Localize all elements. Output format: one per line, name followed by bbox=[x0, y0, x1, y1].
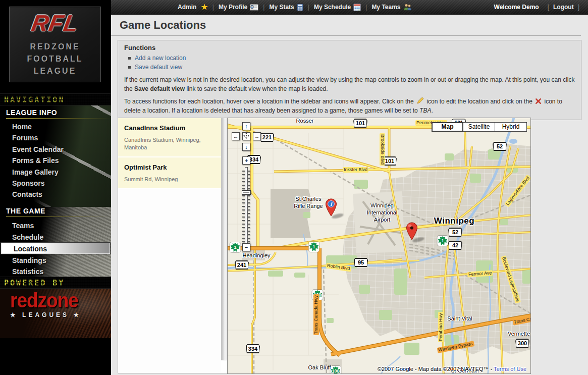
zoom-slider-rail bbox=[245, 167, 248, 244]
pan-right-button[interactable]: → bbox=[253, 132, 261, 140]
my-teams-link[interactable]: My Teams bbox=[371, 4, 411, 11]
pan-left-button[interactable]: ← bbox=[232, 132, 240, 140]
redzone-brand: redzone bbox=[10, 291, 81, 310]
sidebar-item-home[interactable]: Home bbox=[0, 121, 111, 132]
map-type-hybrid-button[interactable]: Hybrid bbox=[495, 122, 527, 132]
section-header-the-game: THE GAME bbox=[0, 207, 111, 217]
map-graphics: i bbox=[228, 118, 531, 374]
sidebar-item-locations[interactable]: Locations bbox=[1, 243, 110, 254]
sidebar-item-forms-files[interactable]: Forms & Files bbox=[0, 155, 111, 166]
zoom-in-button[interactable]: + bbox=[242, 156, 250, 165]
navigation-banner: NAVIGATION bbox=[0, 93, 111, 105]
sidebar-item-schedule[interactable]: Schedule bbox=[0, 232, 111, 243]
location-address: CanadInns Stadium, Winnipeg, Manitoba bbox=[124, 136, 216, 151]
sidebar-item-teams[interactable]: Teams bbox=[0, 220, 111, 231]
location-card[interactable]: Optimist Park Summit Rd, Winnipeg bbox=[118, 157, 221, 189]
people-icon bbox=[403, 4, 412, 11]
pan-down-button[interactable]: ↓ bbox=[242, 143, 250, 151]
bracket: [ bbox=[548, 4, 549, 11]
star-icon: ★ bbox=[201, 3, 207, 12]
save-default-view-link[interactable]: Save default view bbox=[135, 64, 182, 71]
admin-link[interactable]: Admin★ bbox=[178, 3, 208, 12]
main-content: Game Locations Functions Add a new locat… bbox=[111, 15, 588, 375]
sidebar-item-statistics[interactable]: Statistics bbox=[0, 266, 111, 277]
sidebar-item-forums[interactable]: Forums bbox=[0, 132, 111, 143]
pan-center-button[interactable] bbox=[242, 132, 250, 140]
bullet-icon bbox=[128, 57, 131, 60]
map-canvas[interactable]: i 101 101 101 221 334 334 52 52 42 95 24… bbox=[227, 118, 531, 374]
rfl-logo: RFL REDZONE FOOTBALL LEAGUE bbox=[9, 7, 101, 82]
powered-by-banner: POWERED BY bbox=[0, 277, 111, 289]
sidebar-item-contacts[interactable]: Contacts bbox=[0, 189, 111, 200]
bullet-icon bbox=[128, 66, 131, 69]
yellow-rule bbox=[6, 217, 111, 217]
instructions-paragraph-1: If the current map view is not in the de… bbox=[124, 75, 575, 93]
map-type-buttons: Map Satellite Hybrid bbox=[432, 122, 527, 132]
divider: | bbox=[365, 4, 367, 11]
calendar-icon bbox=[353, 4, 361, 11]
bracket: ] bbox=[578, 4, 579, 11]
yellow-rule bbox=[6, 118, 111, 119]
my-schedule-link[interactable]: My Schedule bbox=[314, 4, 361, 11]
functions-heading: Functions bbox=[124, 44, 575, 51]
page-title: Game Locations bbox=[111, 15, 581, 36]
sidebar-item-sponsors[interactable]: Sponsors bbox=[0, 178, 111, 189]
edit-pencil-icon bbox=[416, 97, 424, 104]
welcome-text: Welcome Demo bbox=[494, 4, 539, 11]
map-type-map-button[interactable]: Map bbox=[432, 122, 463, 132]
divider: | bbox=[212, 4, 214, 11]
terms-of-use-link[interactable]: Terms of Use bbox=[494, 366, 526, 372]
rfl-logo-line1: REDZONE bbox=[30, 41, 80, 53]
zoom-out-button[interactable]: − bbox=[242, 243, 250, 251]
delete-x-icon bbox=[535, 98, 542, 104]
pan-up-button[interactable]: ↑ bbox=[242, 122, 250, 130]
my-profile-link[interactable]: My Profile bbox=[219, 4, 258, 11]
map-type-satellite-button[interactable]: Satellite bbox=[463, 122, 495, 132]
location-name: Optimist Park bbox=[124, 164, 216, 171]
rfl-logo-line2: FOOTBALL bbox=[27, 53, 83, 65]
location-address: Summit Rd, Winnipeg bbox=[124, 176, 216, 183]
instructions-paragraph-2: To access functions for each location, h… bbox=[124, 97, 575, 115]
redzone-leagues-logo: redzone ★ LEAGUES ★ bbox=[10, 292, 81, 318]
add-location-link[interactable]: Add a new location bbox=[135, 55, 186, 62]
location-name: CanadInns Stadium bbox=[124, 124, 216, 132]
sidebar-item-event-calendar[interactable]: Event Calendar bbox=[0, 144, 111, 155]
locations-panel: CanadInns Stadium CanadInns Stadium, Win… bbox=[118, 118, 230, 373]
functions-box: Functions Add a new location Save defaul… bbox=[118, 40, 581, 120]
sidebar-item-image-gallery[interactable]: Image Gallery bbox=[0, 167, 111, 178]
location-card[interactable]: CanadInns Stadium CanadInns Stadium, Win… bbox=[118, 118, 221, 157]
rfl-logo-line3: LEAGUE bbox=[34, 65, 77, 77]
divider: | bbox=[308, 4, 309, 11]
sidebar: RFL REDZONE FOOTBALL LEAGUE NAVIGATION L… bbox=[0, 0, 111, 375]
map-copyright: ©2007 Google - Map data ©2007 NAVTEQ™ - … bbox=[378, 366, 526, 372]
redzone-sub: ★ LEAGUES ★ bbox=[10, 311, 81, 318]
recenter-icon bbox=[243, 133, 249, 139]
calculator-icon bbox=[297, 4, 303, 11]
divider: | bbox=[263, 4, 264, 11]
logout-link[interactable]: [Logout] bbox=[546, 4, 581, 11]
rfl-logo-abbr: RFL bbox=[30, 12, 81, 35]
my-stats-link[interactable]: My Stats bbox=[269, 4, 303, 11]
section-header-league-info: LEAGUE INFO bbox=[0, 109, 111, 119]
vcard-icon bbox=[250, 4, 258, 11]
sidebar-item-standings[interactable]: Standings bbox=[0, 255, 111, 266]
zoom-slider-handle[interactable] bbox=[242, 190, 251, 195]
